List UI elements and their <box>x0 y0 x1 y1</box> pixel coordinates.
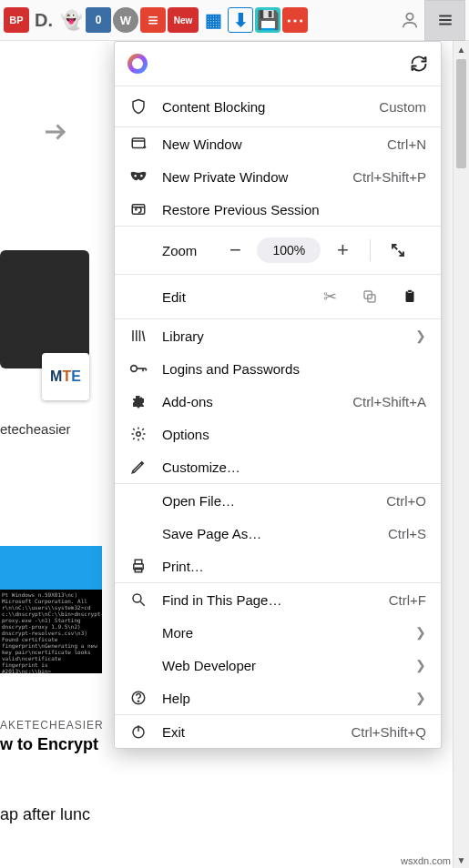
copy-button[interactable] <box>350 281 390 312</box>
svg-point-31 <box>133 594 141 602</box>
logins-row[interactable]: Logins and Passwords <box>115 352 441 385</box>
hamburger-menu-button[interactable] <box>424 0 465 41</box>
exit-label: Exit <box>162 724 336 740</box>
help-label: Help <box>162 691 401 706</box>
exit-row[interactable]: Exit Ctrl+Shift+Q <box>115 715 441 748</box>
avatar-icon[interactable] <box>127 54 148 74</box>
web-dev-label: Web Developer <box>162 658 401 673</box>
profile-icon[interactable] <box>397 7 423 33</box>
paste-button[interactable] <box>390 281 430 312</box>
chevron-right-icon: ❯ <box>415 625 426 640</box>
zoom-value[interactable]: 100% <box>257 237 321 263</box>
open-file-shortcut: Ctrl+O <box>386 493 426 509</box>
addons-row[interactable]: Add-ons Ctrl+Shift+A <box>115 385 441 418</box>
sync-button[interactable] <box>410 55 428 73</box>
w-icon[interactable]: W <box>113 7 138 33</box>
find-row[interactable]: Find in This Page… Ctrl+F <box>115 583 441 616</box>
help-row[interactable]: Help ❯ <box>115 681 441 714</box>
topsite-tile[interactable]: MTE <box>0 250 89 400</box>
chevron-right-icon: ❯ <box>415 658 426 672</box>
zoom-label: Zoom <box>162 243 197 258</box>
svg-rect-18 <box>408 290 413 293</box>
new-window-shortcut: Ctrl+N <box>387 136 426 152</box>
pocket-tile[interactable]: Pt Windows n.59X013\nc) Microsoft Corpor… <box>0 546 102 673</box>
mask-icon <box>129 171 148 182</box>
save-as-row[interactable]: Save Page As… Ctrl+S <box>115 517 441 550</box>
customize-label: Customize… <box>162 459 426 475</box>
save-as-shortcut: Ctrl+S <box>388 526 426 541</box>
new-window-label: New Window <box>162 136 372 152</box>
pocket-title: w to Encrypt <box>0 735 98 754</box>
new-badge-icon[interactable]: New <box>168 7 199 33</box>
pocket-source: AKETECHEASIER <box>0 719 104 732</box>
power-icon <box>129 723 148 740</box>
svg-point-34 <box>138 701 138 701</box>
dash-icon[interactable]: ▦ <box>200 7 226 33</box>
svg-point-9 <box>134 175 137 177</box>
adblock-icon[interactable]: BP <box>4 7 29 33</box>
cut-button[interactable]: ✂ <box>310 281 350 312</box>
badge-icon[interactable]: 0 <box>86 7 111 33</box>
find-shortcut: Ctrl+F <box>389 592 426 608</box>
library-row[interactable]: Library ❯ <box>115 319 441 352</box>
content-blocking-label: Content Blocking <box>162 99 364 115</box>
zoom-in-button[interactable]: + <box>326 236 359 265</box>
open-file-label: Open File… <box>162 493 372 509</box>
save-icon[interactable]: 💾 <box>255 7 280 33</box>
restore-label: Restore Previous Session <box>162 202 426 217</box>
svg-point-0 <box>406 14 413 20</box>
fullscreen-button[interactable] <box>382 236 414 265</box>
svg-point-10 <box>140 175 143 177</box>
scroll-thumb[interactable] <box>456 59 466 168</box>
zoom-row: Zoom − 100% + <box>115 227 441 274</box>
key-icon <box>129 362 148 375</box>
svg-line-32 <box>140 601 145 606</box>
save-as-label: Save Page As… <box>162 526 373 541</box>
svg-rect-5 <box>132 138 145 148</box>
open-file-row[interactable]: Open File… Ctrl+O <box>115 484 441 517</box>
gear-icon <box>129 426 148 442</box>
web-dev-row[interactable]: Web Developer ❯ <box>115 649 441 681</box>
print-label: Print… <box>162 559 426 574</box>
find-label: Find in This Page… <box>162 592 374 608</box>
library-icon <box>129 328 148 344</box>
todoist-icon[interactable]: ≡ <box>140 7 166 33</box>
app-menu: Content Blocking Custom New Window Ctrl+… <box>114 41 442 749</box>
content-blocking-row[interactable]: Content Blocking Custom <box>115 86 441 126</box>
nav-arrow-icon[interactable] <box>36 114 73 150</box>
dots-icon[interactable]: ⋯ <box>282 7 308 33</box>
new-window-row[interactable]: New Window Ctrl+N <box>115 127 441 160</box>
options-row[interactable]: Options <box>115 418 441 450</box>
ghost-icon[interactable]: 👻 <box>58 7 84 33</box>
shield-icon <box>129 98 148 115</box>
bottom-text: ap after lunc <box>0 805 90 824</box>
d-icon[interactable]: D. <box>31 7 56 33</box>
print-row[interactable]: Print… <box>115 550 441 582</box>
download-icon[interactable]: ⬇ <box>228 7 253 33</box>
svg-line-22 <box>143 331 145 341</box>
new-private-label: New Private Window <box>162 169 338 185</box>
paint-icon <box>129 459 148 475</box>
logins-label: Logins and Passwords <box>162 361 426 377</box>
more-row[interactable]: More ❯ <box>115 616 441 649</box>
customize-row[interactable]: Customize… <box>115 450 441 483</box>
search-icon <box>129 591 148 608</box>
svg-point-23 <box>131 366 138 372</box>
window-icon <box>129 136 148 152</box>
browser-toolbar: BP D. 👻 0 W ≡ New ▦ ⬇ 💾 ⋯ <box>0 0 469 41</box>
terminal-thumbnail: Pt Windows n.59X013\nc) Microsoft Corpor… <box>0 590 102 673</box>
chevron-right-icon: ❯ <box>415 328 426 343</box>
scroll-up-icon[interactable]: ▲ <box>454 41 469 57</box>
addons-shortcut: Ctrl+Shift+A <box>352 394 426 409</box>
svg-rect-29 <box>135 560 142 564</box>
vertical-scrollbar[interactable]: ▲ ▼ <box>453 41 469 868</box>
options-label: Options <box>162 427 426 442</box>
exit-shortcut: Ctrl+Shift+Q <box>351 724 426 740</box>
zoom-out-button[interactable]: − <box>219 236 251 265</box>
new-private-row[interactable]: New Private Window Ctrl+Shift+P <box>115 160 441 193</box>
scroll-down-icon[interactable]: ▼ <box>454 852 469 868</box>
restore-session-row[interactable]: Restore Previous Session <box>115 193 441 226</box>
library-label: Library <box>162 328 401 344</box>
more-label: More <box>162 625 401 641</box>
addons-label: Add-ons <box>162 394 338 409</box>
